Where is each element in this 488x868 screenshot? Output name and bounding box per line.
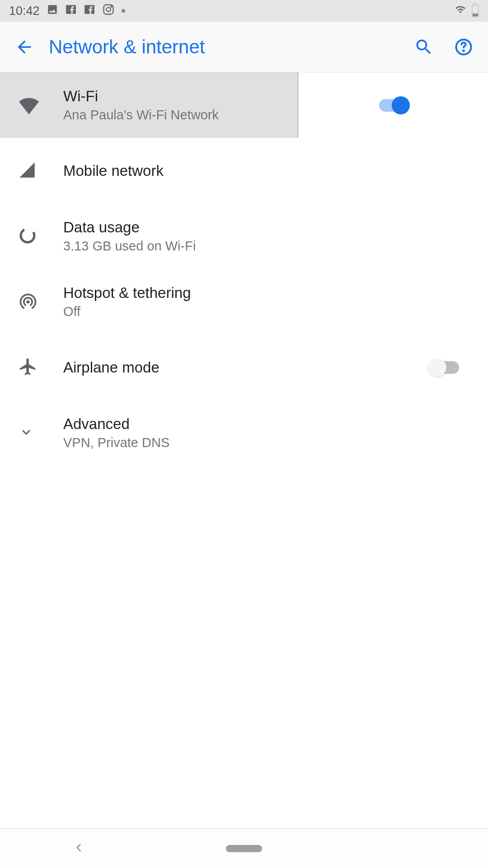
search-button[interactable] xyxy=(413,36,435,58)
hotspot-icon xyxy=(18,291,38,313)
list-item-wifi[interactable]: Wi-Fi Ana Paula's Wi-Fi Network xyxy=(0,72,488,138)
svg-point-1 xyxy=(106,7,110,11)
status-time: 10:42 xyxy=(9,4,40,18)
list-item-airplane-mode[interactable]: Airplane mode xyxy=(0,335,488,400)
wifi-toggle[interactable] xyxy=(379,99,407,112)
settings-list: Wi-Fi Ana Paula's Wi-Fi Network Mobile n… xyxy=(0,72,488,466)
hotspot-title: Hotspot & tethering xyxy=(63,284,470,302)
advanced-subtitle: VPN, Private DNS xyxy=(63,435,470,450)
svg-point-2 xyxy=(111,6,112,7)
facebook-icon xyxy=(84,4,95,19)
status-right-icons xyxy=(454,4,479,18)
wifi-title: Wi-Fi xyxy=(63,88,280,105)
more-notifications-icon xyxy=(122,9,125,13)
list-item-mobile-network[interactable]: Mobile network xyxy=(0,138,488,203)
navigation-bar xyxy=(0,828,488,868)
chevron-down-icon xyxy=(18,424,34,442)
status-left-icons xyxy=(47,3,125,19)
back-button[interactable] xyxy=(14,36,35,58)
list-item-hotspot[interactable]: Hotspot & tethering Off xyxy=(0,269,488,335)
hotspot-subtitle: Off xyxy=(63,304,470,319)
nav-home-pill[interactable] xyxy=(226,845,262,852)
facebook-icon xyxy=(65,4,77,19)
airplane-title: Airplane mode xyxy=(63,359,420,376)
wifi-signal-icon xyxy=(454,4,467,18)
wifi-icon xyxy=(18,94,40,117)
data-usage-title: Data usage xyxy=(63,219,470,236)
battery-icon xyxy=(472,5,479,17)
svg-point-4 xyxy=(463,50,464,51)
page-title: Network & internet xyxy=(49,36,205,58)
nav-back-button[interactable] xyxy=(72,841,85,856)
data-usage-subtitle: 3.13 GB used on Wi-Fi xyxy=(63,239,470,254)
list-item-data-usage[interactable]: Data usage 3.13 GB used on Wi-Fi xyxy=(0,203,488,269)
status-bar: 10:42 xyxy=(0,0,488,22)
help-button[interactable] xyxy=(453,36,474,58)
advanced-title: Advanced xyxy=(63,415,470,433)
list-item-advanced[interactable]: Advanced VPN, Private DNS xyxy=(0,400,488,466)
instagram-icon xyxy=(102,3,115,19)
data-usage-icon xyxy=(18,226,37,247)
airplane-icon xyxy=(18,357,38,378)
svg-point-5 xyxy=(19,226,37,245)
cellular-icon xyxy=(18,161,36,181)
app-bar: Network & internet xyxy=(0,22,488,72)
wifi-subtitle: Ana Paula's Wi-Fi Network xyxy=(63,108,280,123)
mobile-network-title: Mobile network xyxy=(63,162,470,179)
picture-icon xyxy=(47,4,58,19)
airplane-toggle[interactable] xyxy=(431,361,459,374)
